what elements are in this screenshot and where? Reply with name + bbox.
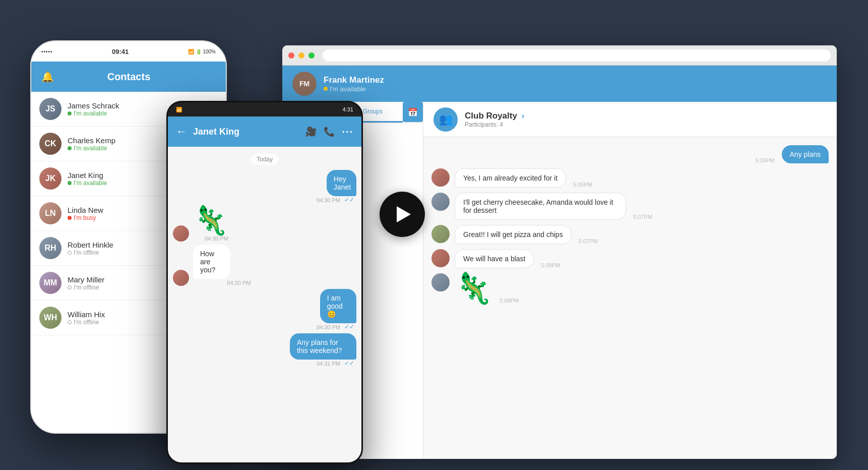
status-dot-mary — [68, 285, 72, 289]
contact-info-janet: Janet King I'm available — [68, 171, 107, 187]
status-dot-james — [68, 111, 72, 115]
avatar-robert: RH — [39, 237, 61, 259]
calendar-icon: 📅 — [408, 107, 418, 117]
close-window-button[interactable] — [288, 52, 294, 58]
group-msg-recv-3: Great!! I will get pizza and chips 5:07P… — [431, 225, 829, 244]
status-dot-linda — [68, 216, 72, 220]
group-msg-recv-2: I'll get cherry cheesecake, Amanda would… — [431, 193, 829, 220]
group-chat-header: 👥 Club Royalty › Participants: 4 — [423, 102, 837, 137]
contact-name-mary: Mary Miller — [68, 275, 104, 284]
recv-chat-bubble-3: Great!! I will get pizza and chips — [455, 225, 572, 244]
msg-time-3: 04:31 PM — [317, 361, 342, 367]
browser-chrome-bar — [282, 45, 837, 66]
avatar-janet-android — [173, 225, 189, 242]
contact-name-james: James Schrack — [68, 101, 119, 110]
group-msg-sticker: 🦎 5:08PM — [431, 273, 829, 304]
group-chat-sticker: 🦎 — [455, 273, 492, 304]
contact-status-william: I'm offline — [68, 319, 105, 326]
chat-area: 👥 Club Royalty › Participants: 4 5:05 — [423, 102, 837, 459]
contact-info-mary: Mary Miller I'm offline — [68, 275, 104, 291]
android-messages-area: Today Hey Janet 04:30 PM ✓✓ 🦎 04:30 PM H… — [168, 147, 361, 462]
sticker-time-group: 5:08PM — [500, 298, 519, 304]
msg-time-1: 04:30 PM — [317, 197, 342, 203]
iphone-time: 09:41 — [112, 48, 129, 55]
url-bar[interactable] — [323, 49, 831, 62]
status-indicator-dot — [324, 87, 328, 91]
message-row-received-1: How are you? 04:20 PM — [173, 245, 356, 286]
group-avatar-sticker — [431, 273, 450, 291]
contact-info-james: James Schrack I'm available — [68, 101, 119, 117]
video-call-icon[interactable]: 🎥 — [305, 126, 317, 138]
status-dot-william — [68, 320, 72, 324]
recv-chat-bubble-4: We will have a blast — [455, 249, 534, 268]
android-time: 4:31 — [343, 106, 353, 112]
avatar-mary: MM — [39, 272, 61, 294]
contact-name-william: William Hix — [68, 310, 105, 319]
avatar-charles: CK — [39, 133, 61, 155]
message-row-sent-1: Hey Janet — [311, 170, 356, 196]
msg-time-recv-1: 04:20 PM — [193, 280, 251, 286]
check-mark-icon-2: ✓✓ — [344, 323, 354, 330]
message-row-sticker-received: 🦎 04:30 PM — [173, 206, 356, 242]
current-user-status: I'm available — [324, 85, 827, 93]
group-msg-sent-1: 5:05PM Any plans — [431, 145, 829, 163]
avatar-linda: LN — [39, 202, 61, 224]
app-header: FM Frank Martinez I'm available — [282, 66, 837, 102]
contact-name-robert: Robert Hinkle — [68, 241, 113, 249]
status-dot-robert — [68, 251, 72, 255]
sent-bubble-1: Hey Janet — [327, 170, 356, 196]
recv-chat-bubble-2: I'll get cherry cheesecake, Amanda would… — [455, 193, 626, 220]
notification-bell-icon[interactable]: 🔔 — [41, 71, 54, 83]
avatar-janet-android-2 — [173, 270, 189, 286]
more-options-icon[interactable]: ··· — [342, 126, 353, 138]
contact-name-linda: Linda New — [68, 206, 103, 214]
sticker-time: 04:30 PM — [193, 236, 228, 242]
msg-time-recv-4: 5:08PM — [541, 262, 560, 268]
contact-status-james: I'm available — [68, 110, 119, 117]
group-msg-recv-1: Yes, I am already excited for it 5:05PM — [431, 168, 829, 188]
sent-bubble-3: Any plans for this weekend? — [290, 333, 356, 360]
group-avatar-recv-1 — [431, 168, 450, 187]
browser-window: FM Frank Martinez I'm available Chats Gr… — [282, 45, 837, 459]
current-user-info: Frank Martinez I'm available — [324, 75, 827, 93]
group-avatar-recv-2 — [431, 193, 450, 211]
check-mark-icon-3: ✓✓ — [344, 360, 354, 367]
message-row-sent-2: I am good 😊 — [300, 289, 356, 323]
android-device: 📶 4:31 ← Janet King 🎥 📞 ··· Today Hey Ja… — [166, 101, 363, 464]
voice-call-icon[interactable]: 📞 — [324, 126, 335, 138]
sent-chat-bubble-1: Any plans — [782, 145, 829, 163]
group-avatar: 👥 — [433, 107, 458, 132]
contact-info-william: William Hix I'm offline — [68, 310, 105, 326]
iphone-signal: ••••• — [41, 49, 53, 54]
play-triangle-icon — [397, 206, 411, 222]
avatar-janet: JK — [39, 167, 61, 190]
received-bubble-1: How are you? — [193, 245, 230, 279]
group-icon: 👥 — [439, 113, 453, 126]
contact-info-linda: Linda New I'm busy — [68, 206, 103, 221]
minimize-window-button[interactable] — [298, 52, 304, 58]
group-avatar-recv-4 — [431, 249, 450, 267]
android-chat-name: Janet King — [193, 127, 299, 137]
current-user-avatar: FM — [292, 72, 317, 96]
sent-bubble-2: I am good 😊 — [320, 289, 356, 323]
contact-info-robert: Robert Hinkle I'm offline — [68, 241, 113, 256]
back-arrow-icon[interactable]: ← — [176, 125, 187, 138]
calendar-icon-button[interactable]: 📅 — [403, 102, 423, 122]
current-user-name: Frank Martinez — [324, 75, 827, 85]
iphone-battery: 📶 🔋 100% — [188, 49, 216, 54]
group-avatar-recv-3 — [431, 225, 450, 243]
group-msg-recv-4: We will have a blast 5:08PM — [431, 249, 829, 268]
group-name: Club Royalty › — [465, 111, 524, 121]
status-dot-janet — [68, 181, 72, 185]
android-status-bar: 📶 4:31 — [168, 102, 361, 116]
iphone-status-bar: ••••• 09:41 📶 🔋 100% — [31, 41, 226, 62]
contact-status-charles: I'm available — [68, 145, 115, 152]
play-video-button[interactable] — [380, 192, 425, 237]
avatar-william: WH — [39, 307, 61, 329]
contact-name-janet: Janet King — [68, 171, 107, 180]
check-mark-icon: ✓✓ — [344, 196, 354, 203]
android-header-icons: 🎥 📞 ··· — [305, 126, 353, 138]
maximize-window-button[interactable] — [308, 52, 315, 58]
contact-status-janet: I'm available — [68, 180, 107, 187]
avatar-james: JS — [39, 98, 61, 120]
